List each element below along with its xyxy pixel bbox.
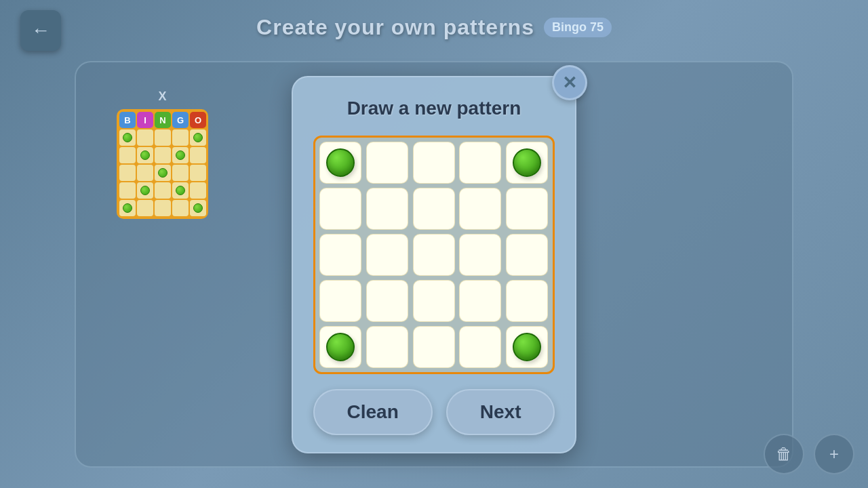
grid-cell[interactable] <box>366 234 408 276</box>
grid-cell[interactable] <box>506 142 548 184</box>
mini-cell <box>155 182 171 199</box>
mini-header-g: G <box>172 112 189 128</box>
mini-card-header: B I N G O <box>119 112 205 128</box>
grid-cell[interactable] <box>413 326 455 368</box>
dialog-buttons: Clean Next <box>313 389 555 435</box>
mini-cell <box>137 147 153 163</box>
mini-header-o: O <box>190 112 206 128</box>
mini-header-n: N <box>155 112 171 128</box>
grid-cell[interactable] <box>506 234 548 276</box>
mini-dot <box>123 203 132 213</box>
back-button[interactable]: ← <box>20 10 61 51</box>
mini-cell <box>155 147 171 163</box>
mini-dot <box>176 150 185 160</box>
mini-dot <box>123 133 132 142</box>
mini-cell <box>172 129 189 146</box>
grid-cell[interactable] <box>413 280 455 322</box>
grid-cell[interactable] <box>366 280 408 322</box>
mini-dot <box>176 186 185 195</box>
mini-dot <box>193 203 203 213</box>
grid-cell[interactable] <box>319 142 361 184</box>
grid-cell[interactable] <box>319 188 361 230</box>
mini-cell <box>190 147 206 163</box>
back-arrow-icon: ← <box>31 21 50 40</box>
grid-cell[interactable] <box>506 326 548 368</box>
mini-cell <box>190 129 206 146</box>
mini-cell <box>155 129 171 146</box>
mini-cell <box>172 182 189 199</box>
mini-cell <box>172 165 189 181</box>
draw-pattern-dialog: ✕ Draw a new pattern Clean Next <box>292 76 576 453</box>
add-button[interactable]: + <box>814 434 854 474</box>
add-icon: + <box>829 445 839 464</box>
mini-cell <box>155 165 171 181</box>
mini-cell <box>190 165 206 181</box>
delete-button[interactable]: 🗑 <box>764 434 804 474</box>
grid-cell[interactable] <box>506 280 548 322</box>
page-title: Create your own patterns <box>256 15 534 40</box>
mini-dot <box>158 168 167 178</box>
grid-cell[interactable] <box>319 326 361 368</box>
bingo-grid <box>319 142 549 368</box>
mini-cell <box>172 147 189 163</box>
clean-button[interactable]: Clean <box>313 389 433 435</box>
mini-cell <box>190 182 206 199</box>
grid-cell[interactable] <box>319 280 361 322</box>
mini-cell <box>155 200 171 216</box>
mini-bingo-card: B I N G O <box>117 109 208 219</box>
grid-cell[interactable] <box>459 142 501 184</box>
grid-cell[interactable] <box>413 142 455 184</box>
next-button[interactable]: Next <box>446 389 555 435</box>
grid-cell[interactable] <box>459 326 501 368</box>
bingo-badge: Bingo 75 <box>544 18 612 37</box>
green-ball <box>326 333 355 361</box>
grid-cell[interactable] <box>413 188 455 230</box>
mini-card-x-label: X <box>117 89 208 104</box>
grid-cell[interactable] <box>459 280 501 322</box>
mini-cell <box>119 129 136 146</box>
mini-cell <box>137 129 153 146</box>
mini-cell <box>119 147 136 163</box>
mini-grid <box>119 129 205 216</box>
grid-cell[interactable] <box>366 142 408 184</box>
grid-cell[interactable] <box>506 188 548 230</box>
mini-header-b: B <box>119 112 136 128</box>
green-ball <box>326 148 355 177</box>
dialog-title: Draw a new pattern <box>313 98 555 119</box>
mini-cell <box>137 165 153 181</box>
mini-card-wrapper: X B I N G O <box>117 89 208 219</box>
mini-cell <box>137 200 153 216</box>
mini-cell <box>137 182 153 199</box>
header: ← Create your own patterns Bingo 75 <box>0 0 868 54</box>
mini-cell <box>119 165 136 181</box>
bottom-right-controls: 🗑 + <box>764 434 854 474</box>
grid-cell[interactable] <box>459 188 501 230</box>
mini-cell <box>119 200 136 216</box>
grid-cell[interactable] <box>319 234 361 276</box>
main-panel: X B I N G O ✕ Draw a new pattern Clean N… <box>75 61 793 468</box>
mini-cell <box>190 200 206 216</box>
bingo-grid-container <box>313 136 555 374</box>
mini-dot <box>140 186 150 195</box>
dialog-close-button[interactable]: ✕ <box>552 65 587 100</box>
grid-cell[interactable] <box>459 234 501 276</box>
mini-dot <box>140 150 150 160</box>
grid-cell[interactable] <box>366 326 408 368</box>
mini-dot <box>193 133 203 142</box>
mini-cell <box>172 200 189 216</box>
grid-cell[interactable] <box>366 188 408 230</box>
delete-icon: 🗑 <box>776 445 792 464</box>
mini-header-i: I <box>137 112 153 128</box>
green-ball <box>513 148 541 177</box>
mini-cell <box>119 182 136 199</box>
green-ball <box>513 333 541 361</box>
grid-cell[interactable] <box>413 234 455 276</box>
